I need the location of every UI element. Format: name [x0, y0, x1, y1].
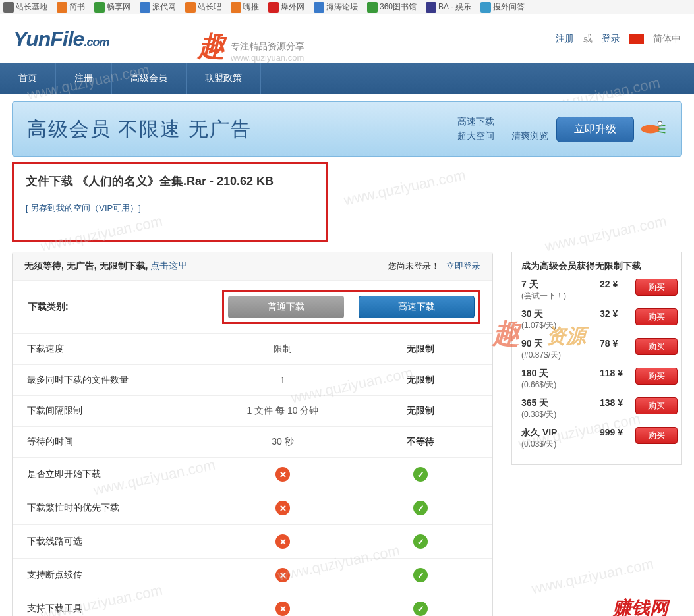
fast-value: 无限制: [349, 365, 492, 396]
plan-row: 永久 VIP(0.03$/天)999 ¥购买: [521, 427, 678, 450]
normal-value: ✕: [217, 458, 349, 491]
logo-text: YunFile: [13, 27, 84, 51]
carrot-icon: [639, 121, 667, 137]
bookmarks-bar: 站长基地简书畅享网派代网站长吧嗨推爆外网海涛论坛360图书馆BA - 娱乐搜外问…: [0, 0, 694, 14]
x-icon: ✕: [275, 602, 290, 616]
logo[interactable]: YunFile.com: [13, 27, 109, 51]
feature-label: 下载速度: [13, 334, 217, 365]
table-row: 是否立即开始下载✕✓: [13, 458, 492, 491]
check-icon: ✓: [413, 501, 428, 515]
vip-plans-panel: 成为高级会员获得无限制下载 7 天(尝试一下！)22 ¥购买30 天(1.07$…: [511, 252, 682, 465]
login-info: 您尚未登录！ 立即登录: [388, 260, 480, 272]
plan-name: 180 天: [521, 368, 600, 379]
download-box: 无须等待, 无广告, 无限制下载, 点击这里 您尚未登录！ 立即登录 下载类别:…: [12, 252, 493, 616]
check-icon: ✓: [413, 534, 428, 549]
bookmark-item[interactable]: 畅享网: [94, 1, 130, 13]
bookmark-item[interactable]: 简书: [57, 1, 85, 13]
plan-name: 7 天: [521, 279, 600, 291]
upgrade-button[interactable]: 立即升级: [556, 117, 634, 142]
download-buttons-row: 下载类别: 普通下载 高速下载: [13, 281, 492, 333]
feature-label: 下载线路可选: [13, 525, 217, 559]
fast-value: ✓: [349, 458, 492, 491]
bookmark-item[interactable]: 爆外网: [268, 1, 304, 13]
x-icon: ✕: [275, 568, 290, 582]
fast-value: ✓: [349, 525, 492, 559]
watermark-subtitle: 专注精品资源分享: [231, 41, 304, 53]
bookmark-item[interactable]: 搜外问答: [480, 1, 525, 13]
button-highlight-box: 普通下载 高速下载: [222, 290, 480, 324]
login-now-link[interactable]: 立即登录: [446, 261, 480, 271]
check-icon: ✓: [413, 467, 428, 482]
svg-point-1: [658, 121, 662, 125]
buy-button[interactable]: 购买: [635, 338, 678, 355]
feature-label: 等待的时间: [13, 427, 217, 458]
bookmark-item[interactable]: 海涛论坛: [314, 1, 358, 13]
check-icon: ✓: [413, 568, 428, 582]
feature-clean: 清爽浏览: [511, 130, 548, 142]
x-icon: ✕: [275, 467, 290, 482]
feature-label: 下载繁忙时的优先下载: [13, 491, 217, 525]
nav-item[interactable]: 注册: [56, 63, 112, 94]
plan-price: 118 ¥: [600, 368, 635, 378]
buy-button[interactable]: 购买: [635, 427, 678, 444]
bookmark-item[interactable]: BA - 娱乐: [426, 1, 471, 13]
nav-item[interactable]: 首页: [0, 63, 56, 94]
buy-button[interactable]: 购买: [635, 308, 678, 325]
or-text: 或: [583, 33, 593, 45]
table-row: 下载线路可选✕✓: [13, 525, 492, 559]
login-link[interactable]: 登录: [602, 33, 620, 45]
plan-price: 32 ¥: [600, 308, 635, 319]
x-icon: ✕: [275, 534, 290, 549]
watermark: www.quziyuan.com: [342, 167, 467, 210]
flag-icon[interactable]: [629, 34, 644, 44]
check-icon: ✓: [413, 602, 428, 616]
feature-label: 下载间隔限制: [13, 396, 217, 427]
normal-download-button[interactable]: 普通下载: [228, 296, 344, 318]
normal-value: 30 秒: [217, 427, 349, 458]
buy-button[interactable]: 购买: [635, 397, 678, 414]
register-link[interactable]: 注册: [556, 33, 574, 45]
bookmark-item[interactable]: 嗨推: [231, 1, 259, 13]
nav-item[interactable]: 高级会员: [112, 63, 187, 94]
save-to-space-link[interactable]: [ 另存到我的空间（VIP可用）]: [26, 202, 141, 214]
click-here-link[interactable]: 点击这里: [150, 260, 187, 271]
plan-row: 7 天(尝试一下！)22 ¥购买: [521, 279, 678, 302]
bookmark-item[interactable]: 站长吧: [185, 1, 221, 13]
header-right: 注册 或 登录 简体中: [556, 33, 681, 45]
bottom-brand: 赚钱网 www.soushuola.com: [613, 596, 685, 616]
fast-value: 不等待: [349, 427, 492, 458]
watermark-qu-icon: 趣资源: [492, 315, 586, 352]
fast-value: 无限制: [349, 334, 492, 365]
watermark-qu-icon: 趣: [198, 28, 225, 65]
fast-download-button[interactable]: 高速下载: [359, 296, 475, 318]
bookmark-item[interactable]: 360图书馆: [367, 1, 417, 13]
table-row: 下载速度限制无限制: [13, 334, 492, 365]
watermark-url-1: www.quziyuan.com: [231, 53, 304, 63]
normal-value: 1: [217, 365, 349, 396]
plan-name: 永久 VIP: [521, 427, 600, 439]
buy-button[interactable]: 购买: [635, 368, 678, 385]
download-header-left: 无须等待, 无广告, 无限制下载, 点击这里: [24, 260, 187, 272]
bookmark-item[interactable]: 站长基地: [3, 1, 47, 13]
table-row: 最多同时下载的文件数量1无限制: [13, 365, 492, 396]
normal-value: ✕: [217, 559, 349, 592]
plan-price: 138 ¥: [600, 397, 635, 408]
main-nav: 首页注册高级会员联盟政策: [0, 63, 694, 94]
promo-features: 高速下载 超大空间 清爽浏览: [457, 116, 548, 142]
buy-button[interactable]: 购买: [635, 279, 678, 296]
feature-label: 是否立即开始下载: [13, 458, 217, 491]
lang-text[interactable]: 简体中: [653, 33, 681, 45]
plan-sub: (0.66$/天): [521, 379, 600, 391]
vip-title: 成为高级会员获得无限制下载: [521, 260, 678, 272]
plan-price: 22 ¥: [600, 279, 635, 289]
nav-item[interactable]: 联盟政策: [187, 63, 261, 94]
feature-speed: 高速下载: [457, 116, 494, 128]
watermark: www.quziyuan.com: [543, 213, 668, 256]
bookmark-item[interactable]: 派代网: [140, 1, 176, 13]
feature-label: 支持断点续传: [13, 559, 217, 592]
table-row: 支持下载工具✕✓: [13, 592, 492, 617]
download-header: 无须等待, 无广告, 无限制下载, 点击这里 您尚未登录！ 立即登录: [13, 252, 492, 281]
feature-comparison-table: 下载速度限制无限制最多同时下载的文件数量1无限制下载间隔限制1 文件 每 10 …: [13, 333, 492, 616]
svg-point-0: [641, 125, 660, 134]
file-info-box: 文件下载 《人们的名义》全集.Rar - 210.62 KB [ 另存到我的空间…: [12, 162, 328, 242]
